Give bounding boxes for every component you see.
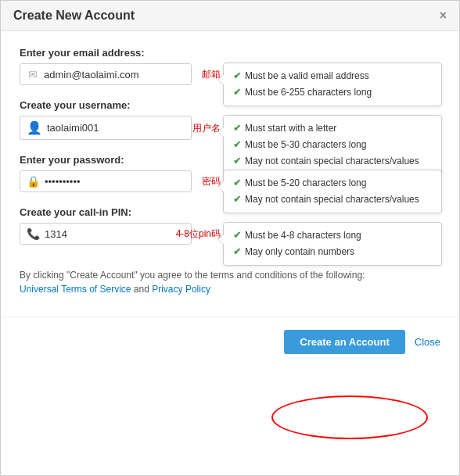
pin-input-wrapper: 📞 4-8位pin码 xyxy=(20,223,192,245)
pin-chinese-label: 4-8位pin码 xyxy=(176,227,221,241)
terms-and-text: and xyxy=(131,284,153,295)
email-tooltip: ✔ Must be a valid email address ✔ Must b… xyxy=(223,63,442,106)
username-input[interactable] xyxy=(47,122,164,134)
terms-text: By clicking "Create Account" you agree t… xyxy=(20,270,365,281)
password-tooltip-item-2: ✔ May not contain special characters/val… xyxy=(233,193,432,206)
username-tooltip-item-2: ✔ Must be 5-30 characters long xyxy=(233,138,432,152)
password-input[interactable] xyxy=(45,176,162,188)
create-account-button[interactable]: Create an Account xyxy=(284,330,404,354)
password-tooltip: ✔ Must be 5-20 characters long ✔ May not… xyxy=(223,170,442,213)
password-icon: 🔒 xyxy=(27,175,40,188)
email-tooltip-item-2: ✔ Must be 6-255 characters long xyxy=(233,86,432,99)
password-input-wrapper: 🔒 密码 xyxy=(20,170,192,192)
pin-input[interactable] xyxy=(45,228,162,240)
check-icon-7: ✔ xyxy=(233,193,241,206)
terms-of-service-link[interactable]: Universal Terms of Service xyxy=(20,284,131,295)
dialog-title: Create New Account xyxy=(13,9,135,23)
close-button[interactable]: Close xyxy=(415,336,440,348)
email-field-row: Enter your email address: ✉ 邮箱 ✔ Must be… xyxy=(20,47,440,85)
email-icon: ✉ xyxy=(27,68,39,81)
check-icon-6: ✔ xyxy=(233,177,241,190)
title-bar: Create New Account × xyxy=(1,1,459,31)
check-icon-4: ✔ xyxy=(233,138,241,152)
username-chinese-label: 用户名 xyxy=(192,121,221,134)
email-tooltip-item-1: ✔ Must be a valid email address xyxy=(233,70,432,83)
dialog-footer: Create an Account Close xyxy=(1,317,459,367)
check-icon-2: ✔ xyxy=(233,86,241,99)
dialog-body: Enter your email address: ✉ 邮箱 ✔ Must be… xyxy=(1,31,459,309)
pin-tooltip: ✔ Must be 4-8 characters long ✔ May only… xyxy=(223,222,442,266)
email-input-wrapper: ✉ 邮箱 xyxy=(20,63,192,85)
pin-tooltip-item-1: ✔ Must be 4-8 characters long xyxy=(233,229,432,242)
email-label: Enter your email address: xyxy=(20,47,440,59)
username-input-wrapper: 👤 用户名 xyxy=(20,116,192,140)
username-tooltip: ✔ Must start with a letter ✔ Must be 5-3… xyxy=(223,115,442,174)
username-icon: 👤 xyxy=(27,120,42,135)
email-input[interactable] xyxy=(44,69,161,81)
create-account-dialog: Create New Account × Enter your email ad… xyxy=(0,0,460,476)
close-icon[interactable]: × xyxy=(440,9,447,23)
privacy-policy-link[interactable]: Privacy Policy xyxy=(152,284,210,295)
check-icon-8: ✔ xyxy=(233,229,241,242)
username-tooltip-item-3: ✔ May not contain special characters/val… xyxy=(233,155,432,168)
check-icon-3: ✔ xyxy=(233,122,241,135)
password-tooltip-item-1: ✔ Must be 5-20 characters long xyxy=(233,177,432,190)
pin-tooltip-item-2: ✔ May only contain numbers xyxy=(233,245,432,259)
check-icon-9: ✔ xyxy=(233,245,241,259)
oval-highlight xyxy=(271,395,428,439)
username-tooltip-item-1: ✔ Must start with a letter xyxy=(233,122,432,135)
check-icon-1: ✔ xyxy=(233,70,241,83)
check-icon-5: ✔ xyxy=(233,155,241,168)
pin-icon: 📞 xyxy=(27,227,40,240)
